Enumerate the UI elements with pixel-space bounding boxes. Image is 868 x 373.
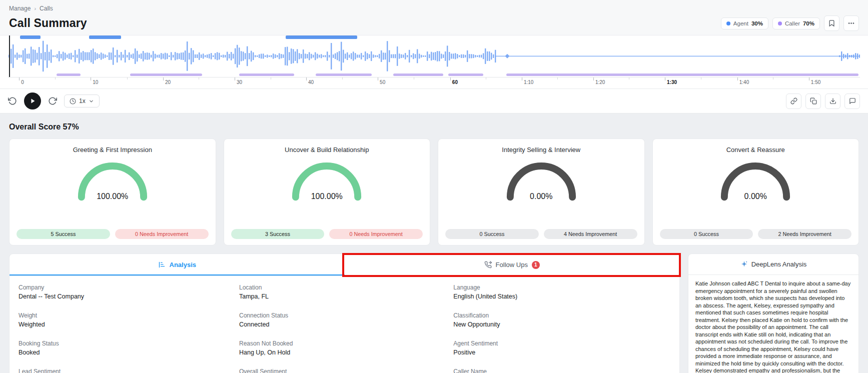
timeline-label: 30 — [237, 80, 242, 85]
tab-analysis-label: Analysis — [170, 261, 196, 268]
timeline-label: 1:10 — [524, 80, 533, 85]
agent-speech-segment — [286, 36, 357, 39]
score-card-greeting: Greeting & First Impression 100.00% 5 Su… — [9, 138, 216, 246]
tab-analysis[interactable]: Analysis — [10, 254, 345, 276]
timeline-label: 1:30 — [667, 80, 677, 85]
field-caller-name: Caller NameKatie Johnson — [453, 368, 670, 373]
agent-legend-value: 30% — [751, 20, 763, 26]
timeline-minor-tick — [199, 78, 199, 80]
link-icon — [790, 98, 797, 104]
overall-score: Overall Score 57% — [9, 122, 859, 132]
timeline-tick — [522, 78, 522, 80]
playback-speed-control[interactable]: 1x — [64, 94, 100, 108]
field-reason-not-booked: Reason Not BookedHang Up, On Hold — [239, 340, 443, 356]
timeline-minor-tick — [629, 78, 629, 80]
gauge-percent: 0.00% — [504, 192, 579, 201]
score-gauge: 100.00% — [75, 160, 150, 202]
tab-follow-ups[interactable]: Follow Ups 1 — [345, 254, 680, 276]
needs-improvement-badge: 0 Needs Improvement — [115, 229, 209, 239]
caller-legend-label: Caller — [785, 20, 800, 26]
bookmark-button[interactable] — [824, 16, 839, 31]
timeline-label: 20 — [165, 80, 171, 85]
success-badge: 3 Success — [231, 229, 325, 239]
score-card-integrity: Integrity Selling & Interview 0.00% 0 Su… — [438, 138, 645, 246]
breadcrumb-manage[interactable]: Manage — [9, 5, 31, 12]
caller-speech-segment — [393, 74, 443, 76]
timeline-label: 10 — [93, 80, 98, 85]
score-card-title: Uncover & Build Relationship — [231, 146, 423, 154]
play-icon — [29, 98, 36, 104]
score-card-title: Integrity Selling & Interview — [445, 146, 637, 154]
timeline-tick — [737, 78, 738, 80]
clock-icon — [70, 98, 76, 104]
analysis-fields-grid: CompanyDental -- Test Company LocationTa… — [10, 276, 679, 373]
timeline-label: 60 — [452, 80, 458, 85]
deeplens-header: DeepLens Analysis — [688, 254, 858, 275]
timeline-tick — [593, 78, 594, 80]
waveform-canvas[interactable] — [8, 38, 860, 72]
needs-improvement-badge: 4 Needs Improvement — [544, 229, 637, 239]
playhead[interactable] — [9, 36, 10, 77]
caller-talk-ratio-chip: Caller 70% — [772, 18, 820, 30]
field-location: LocationTampa, FL — [239, 284, 443, 300]
more-options-icon — [847, 20, 855, 27]
agent-speech-segment — [89, 36, 122, 39]
deeplens-sparkle-icon — [740, 260, 748, 268]
follow-ups-count-badge: 1 — [532, 261, 540, 269]
skip-forward-button[interactable] — [48, 96, 57, 106]
timeline-tick — [19, 78, 20, 80]
phone-forwarded-icon — [484, 261, 492, 268]
analysis-chart-icon — [158, 261, 166, 268]
skip-back-icon — [8, 96, 17, 106]
field-overall-sentiment: Overall SentimentPositive — [239, 368, 443, 373]
page-title: Call Summary — [9, 16, 87, 30]
gauge-percent: 100.00% — [75, 192, 150, 201]
copy-button[interactable] — [805, 94, 821, 109]
play-button[interactable] — [24, 92, 41, 110]
timeline-label: 40 — [308, 80, 314, 85]
breadcrumb-calls[interactable]: Calls — [40, 5, 53, 12]
more-options-button[interactable] — [843, 16, 859, 31]
comments-button[interactable] — [844, 94, 860, 109]
field-connection-status: Connection StatusConnected — [239, 312, 443, 328]
timeline-tick — [450, 78, 451, 80]
needs-improvement-badge: 0 Needs Improvement — [329, 229, 423, 239]
download-icon — [829, 98, 836, 104]
timeline-label: 1:50 — [811, 80, 820, 85]
timeline-minor-tick — [127, 78, 128, 80]
timeline-tick — [809, 78, 809, 80]
field-lead-sentiment: Lead SentimentNeutral — [19, 368, 229, 373]
agent-legend-label: Agent — [733, 20, 748, 26]
bookmark-icon — [828, 20, 835, 27]
download-button[interactable] — [825, 94, 840, 109]
needs-improvement-badge: 2 Needs Improvement — [758, 229, 851, 239]
skip-back-button[interactable] — [8, 96, 17, 106]
score-gauge: 0.00% — [504, 160, 579, 202]
timeline-label: 50 — [380, 80, 385, 85]
deeplens-summary-text: Katie Johnson called ABC T Dental to inq… — [688, 275, 858, 373]
caller-speech-segment — [239, 74, 295, 76]
deeplens-panel: DeepLens Analysis Katie Johnson called A… — [688, 254, 859, 373]
comment-icon — [849, 98, 856, 104]
timeline-tick — [378, 78, 378, 80]
timeline-ruler: 01020304050601:101:201:301:401:50 — [8, 77, 860, 86]
copy-link-button[interactable] — [786, 94, 801, 109]
agent-color-dot — [726, 22, 730, 26]
success-badge: 0 Success — [660, 229, 753, 239]
player-bar: 1x — [0, 88, 868, 114]
tabs-bar: Analysis Follow Ups 1 — [10, 254, 679, 276]
field-language: LanguageEnglish (United States) — [453, 284, 670, 300]
field-weight: WeightWeighted — [19, 312, 229, 328]
tab-follow-ups-label: Follow Ups — [496, 261, 528, 268]
caller-speech-segment — [316, 74, 372, 76]
skip-forward-icon — [48, 96, 57, 106]
speed-value: 1x — [79, 98, 86, 104]
deeplens-title: DeepLens Analysis — [751, 260, 807, 268]
timeline-minor-tick — [271, 78, 271, 80]
score-card-title: Convert & Reassure — [660, 146, 852, 154]
score-cards-row: Greeting & First Impression 100.00% 5 Su… — [9, 138, 859, 246]
timeline-minor-tick — [773, 78, 773, 80]
field-agent-sentiment: Agent SentimentPositive — [453, 340, 670, 356]
score-gauge: 0.00% — [718, 160, 793, 202]
gauge-percent: 100.00% — [289, 192, 364, 201]
